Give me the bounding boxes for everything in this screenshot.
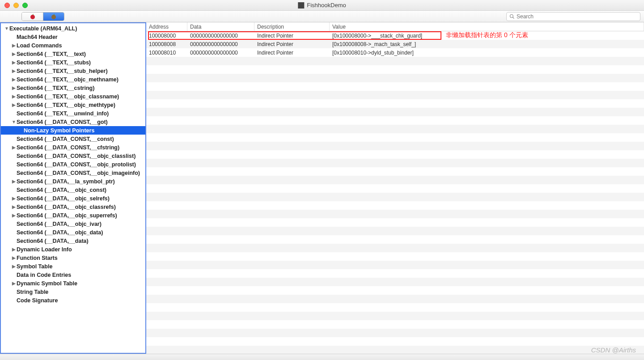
table-row-empty [146, 201, 644, 210]
tree-item-label: Section64 (__TEXT,__cstring) [17, 85, 94, 91]
tree-item-label: Section64 (__DATA,__objc_const) [17, 187, 106, 193]
chevron-right-icon[interactable]: ▶ [12, 247, 16, 252]
tree-item[interactable]: Code Signature [1, 296, 145, 305]
table-row-empty [146, 193, 644, 201]
tree-item[interactable]: Section64 (__DATA_CONST,__objc_protolist… [1, 160, 145, 169]
chevron-right-icon[interactable]: ▶ [12, 102, 16, 107]
tree-item[interactable]: ▶Symbol Table [1, 262, 145, 271]
tree-item[interactable]: ▶Function Starts [1, 254, 145, 262]
chevron-right-icon[interactable]: ▶ [12, 213, 16, 218]
tree-item[interactable]: Section64 (__DATA,__objc_data) [1, 228, 145, 237]
header-value[interactable]: Value [330, 22, 644, 31]
tree-item[interactable]: ▶Section64 (__TEXT,__cstring) [1, 84, 145, 92]
table-row-empty [146, 337, 644, 346]
tree-item[interactable]: ▶Section64 (__TEXT,__objc_methname) [1, 75, 145, 84]
tree-item-label: Code Signature [17, 297, 58, 304]
chevron-right-icon[interactable]: ▶ [12, 94, 16, 99]
tree-item[interactable]: Section64 (__DATA,__objc_const) [1, 186, 145, 194]
cell-value: [0x100008010->dyld_stub_binder] [330, 50, 644, 56]
tree-item[interactable]: Section64 (__DATA_CONST,__objc_imageinfo… [1, 169, 145, 177]
tree-item[interactable]: ▶Dynamic Symbol Table [1, 279, 145, 288]
apple-red-icon [29, 13, 36, 20]
chevron-right-icon[interactable]: ▶ [12, 51, 16, 56]
table-row-empty [146, 235, 644, 244]
tree-item[interactable]: ▶Section64 (__TEXT,__stubs) [1, 58, 145, 67]
app-icon [298, 2, 304, 8]
table-row-empty [146, 159, 644, 167]
cell-description: Indirect Pointer [254, 41, 330, 47]
chevron-right-icon[interactable]: ▶ [12, 196, 16, 201]
tree-item[interactable]: Section64 (__DATA,__data) [1, 237, 145, 245]
tree-item[interactable]: ▼Section64 (__DATA_CONST,__got) [1, 118, 145, 126]
tree-item-label: Section64 (__TEXT,__objc_methname) [17, 76, 119, 83]
chevron-right-icon[interactable]: ▶ [12, 68, 16, 73]
tree-item-label: Section64 (__TEXT,__unwind_info) [17, 110, 109, 117]
table-row[interactable]: 1000080100000000000000000Indirect Pointe… [146, 48, 644, 57]
table-row-empty [146, 312, 644, 320]
tree-item[interactable]: Mach64 Header [1, 33, 145, 41]
tree-item[interactable]: ▶Section64 (__TEXT,__objc_methtype) [1, 101, 145, 109]
window-footer [0, 354, 644, 360]
minimize-icon[interactable] [13, 3, 19, 8]
chevron-right-icon[interactable]: ▶ [12, 204, 16, 209]
chevron-right-icon[interactable]: ▶ [12, 60, 16, 65]
search-field[interactable] [506, 12, 640, 21]
chevron-right-icon[interactable]: ▶ [12, 145, 16, 150]
zoom-icon[interactable] [22, 3, 28, 8]
chevron-right-icon[interactable]: ▶ [12, 264, 16, 269]
table-row[interactable]: 1000080080000000000000000Indirect Pointe… [146, 40, 644, 48]
tree-item[interactable]: ▶Section64 (__TEXT,__text) [1, 50, 145, 58]
tree-item[interactable]: String Table [1, 288, 145, 296]
tree-item[interactable]: ▶Section64 (__DATA,__la_symbol_ptr) [1, 177, 145, 186]
tree-item-label: Section64 (__DATA_CONST,__objc_classlist… [17, 153, 136, 159]
table-row-empty [146, 184, 644, 193]
tree-item[interactable]: ▶Dynamic Loader Info [1, 245, 145, 254]
tree-item[interactable]: Section64 (__DATA_CONST,__objc_classlist… [1, 152, 145, 160]
table-row-empty [146, 252, 644, 261]
tree-item-label: String Table [17, 289, 48, 295]
tree-item-label: Section64 (__TEXT,__stubs) [17, 59, 91, 66]
tree-item-label: Section64 (__TEXT,__text) [17, 51, 86, 57]
tree-item[interactable]: ▶Section64 (__DATA,__objc_superrefs) [1, 211, 145, 220]
tree-item[interactable]: ▶Section64 (__TEXT,__objc_classname) [1, 92, 145, 101]
chevron-right-icon[interactable]: ▶ [12, 85, 16, 90]
tree-item[interactable]: Section64 (__DATA,__objc_ivar) [1, 220, 145, 228]
table-row-empty [146, 150, 644, 159]
tree-item[interactable]: Data in Code Entries [1, 271, 145, 279]
table-row[interactable]: 1000080000000000000000000Indirect Pointe… [146, 31, 644, 40]
tree-item[interactable]: Non-Lazy Symbol Pointers [1, 126, 145, 135]
chevron-right-icon[interactable]: ▶ [12, 179, 16, 184]
tree-item[interactable]: ▶Load Commands [1, 41, 145, 50]
view-mode-1-button[interactable] [22, 13, 43, 21]
tree-item-label: Dynamic Symbol Table [17, 280, 77, 287]
sidebar[interactable]: ▼Executable (ARM64_ALL)Mach64 Header▶Loa… [0, 22, 146, 354]
tree-item[interactable]: Section64 (__DATA_CONST,__const) [1, 135, 145, 143]
chevron-right-icon[interactable]: ▶ [12, 281, 16, 286]
view-mode-2-button[interactable] [43, 13, 64, 21]
toolbar [0, 11, 644, 22]
tree-item-label: Section64 (__DATA,__objc_data) [17, 229, 103, 236]
chevron-right-icon[interactable]: ▶ [12, 77, 16, 82]
tree-item[interactable]: ▶Section64 (__TEXT,__stub_helper) [1, 67, 145, 75]
table-row-empty [146, 91, 644, 99]
table-row-empty [146, 133, 644, 142]
header-description[interactable]: Description [254, 22, 330, 31]
tree-item[interactable]: ▶Section64 (__DATA,__objc_classrefs) [1, 203, 145, 211]
tree-item[interactable]: ▼Executable (ARM64_ALL) [1, 24, 145, 33]
header-data[interactable]: Data [187, 22, 254, 31]
chevron-right-icon[interactable]: ▶ [12, 255, 16, 260]
tree-item-label: Section64 (__DATA_CONST,__got) [17, 119, 108, 125]
chevron-right-icon[interactable]: ▶ [12, 43, 16, 48]
search-input[interactable] [517, 13, 637, 20]
watermark: CSDN @Airths [591, 346, 636, 354]
svg-line-3 [513, 17, 514, 18]
table-body[interactable]: 1000080000000000000000000Indirect Pointe… [146, 31, 644, 354]
section-tree: ▼Executable (ARM64_ALL)Mach64 Header▶Loa… [1, 23, 145, 305]
chevron-down-icon[interactable]: ▼ [12, 119, 16, 124]
tree-item[interactable]: ▶Section64 (__DATA,__objc_selrefs) [1, 194, 145, 203]
chevron-down-icon[interactable]: ▼ [4, 26, 9, 31]
tree-item[interactable]: Section64 (__TEXT,__unwind_info) [1, 109, 145, 118]
header-address[interactable]: Address [146, 22, 187, 31]
tree-item[interactable]: ▶Section64 (__DATA_CONST,__cfstring) [1, 143, 145, 152]
close-icon[interactable] [4, 3, 10, 8]
